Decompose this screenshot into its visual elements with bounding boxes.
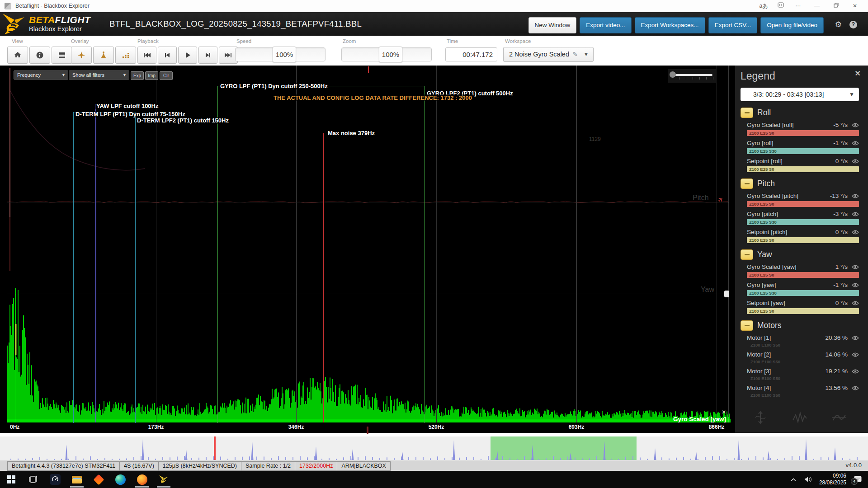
- visibility-eye-icon[interactable]: [852, 123, 859, 127]
- zoom-vertical-tool-icon[interactable]: [751, 410, 770, 425]
- home-view-button[interactable]: [7, 47, 28, 64]
- plane-icon: [77, 51, 86, 60]
- zoom-slider[interactable]: 100%: [341, 47, 432, 61]
- translate-icon[interactable]: aあ: [756, 0, 771, 12]
- visibility-eye-icon[interactable]: [852, 194, 859, 198]
- header-table-button[interactable]: [52, 47, 72, 64]
- export-workspaces-button[interactable]: Export Workspaces...: [635, 17, 705, 33]
- step-forward-button[interactable]: [198, 47, 217, 64]
- legend-field[interactable]: Gyro [pitch]-3 °/sZ100 E25 S30: [747, 210, 859, 225]
- task-view-button[interactable]: [23, 471, 43, 488]
- visibility-eye-icon[interactable]: [852, 141, 859, 145]
- tray-volume-icon[interactable]: [801, 471, 815, 488]
- visibility-eye-icon[interactable]: [852, 301, 859, 305]
- open-log-button[interactable]: Open log file/video: [760, 17, 824, 33]
- legend-field[interactable]: Motor [4]13.56 %Z100 E100 S50: [747, 384, 859, 398]
- visibility-eye-icon[interactable]: [852, 352, 859, 357]
- field-value: 14.06 %: [825, 351, 848, 358]
- log-info-button[interactable]: [29, 47, 50, 64]
- legend-field[interactable]: Motor [2]14.06 %Z100 E100 S50: [747, 351, 859, 364]
- maximize-icon[interactable]: [828, 0, 844, 12]
- visibility-eye-icon[interactable]: [852, 265, 859, 269]
- screen: Betaflight - Blackbox Explorer aあ ⋯ — ✕ …: [0, 0, 868, 488]
- legend-field[interactable]: Setpoint [pitch]0 °/sZ100 E25 S0: [747, 228, 859, 243]
- taskbar-firefox[interactable]: [132, 471, 152, 488]
- legend-field[interactable]: Setpoint [roll]0 °/sZ100 E25 S0: [747, 157, 859, 172]
- zoom-value[interactable]: 100%: [379, 47, 402, 62]
- collapse-group-button[interactable]: [741, 320, 753, 331]
- craft-overlay-button[interactable]: [71, 47, 92, 64]
- legend-field[interactable]: Gyro Scaled [pitch]-13 °/sZ100 E25 S0: [747, 192, 859, 207]
- visibility-eye-icon[interactable]: [852, 230, 859, 235]
- taskbar-betaflight[interactable]: [154, 471, 174, 488]
- legend-field[interactable]: Setpoint [yaw]0 °/sZ100 E25 S0: [747, 299, 859, 314]
- field-curve-settings: Z100 E100 S50: [747, 393, 859, 398]
- legend-field[interactable]: Motor [3]19.21 %Z100 E100 S50: [747, 367, 859, 381]
- field-curve-settings: Z100 E25 S30: [747, 148, 859, 154]
- taskbar-file-explorer[interactable]: [67, 471, 87, 488]
- status-cell: 4S (16.67V): [120, 461, 159, 471]
- cursor-axis-marker[interactable]: [367, 427, 368, 434]
- settings-gear-icon[interactable]: ⚙: [835, 20, 842, 29]
- legend-field[interactable]: Gyro [roll]-1 °/sZ100 E25 S30: [747, 139, 859, 154]
- spectrum-field-select[interactable]: Frequency▼: [14, 70, 68, 80]
- row-label-yaw: Yaw: [701, 286, 714, 294]
- legend-field[interactable]: Gyro Scaled [roll]-5 °/sZ100 E25 S0: [747, 121, 859, 136]
- sticks-overlay-button[interactable]: [93, 47, 114, 64]
- legend-field[interactable]: Gyro [yaw]-1 °/sZ100 E25 S30: [747, 281, 859, 296]
- clock-time: 09:06: [819, 473, 846, 479]
- seekbar[interactable]: [0, 436, 868, 460]
- spectrum-zoom-control[interactable]: [668, 69, 716, 83]
- time-input[interactable]: 00:47.172: [445, 47, 497, 61]
- collapse-group-button[interactable]: [741, 178, 753, 189]
- legend-field[interactable]: Gyro Scaled [yaw]1 °/sZ100 E25 S0: [747, 263, 859, 278]
- step-back-button[interactable]: [158, 47, 177, 64]
- log-range-select[interactable]: 3/3: 00:29 - 03:43 [03:13] ▼: [741, 88, 859, 101]
- taskbar-edge[interactable]: [110, 471, 130, 488]
- graph-area[interactable]: Frequency▼ Show all filters▼ Exp Imp Clr…: [0, 66, 868, 433]
- legend-close-icon[interactable]: ✕: [855, 69, 861, 78]
- edit-pencil-icon[interactable]: ✎: [572, 47, 578, 61]
- tray-clock[interactable]: 09:06 28/08/2025: [819, 473, 846, 486]
- import-filters-button[interactable]: Imp: [145, 71, 158, 80]
- help-icon[interactable]: ?: [849, 21, 857, 28]
- taskbar-speedtest-app[interactable]: [45, 471, 65, 488]
- new-window-button[interactable]: New Window: [528, 17, 577, 33]
- spectrum-overlay-button[interactable]: [115, 47, 136, 64]
- smoothing-tool-icon[interactable]: [830, 410, 849, 425]
- field-curve-settings: Z100 E25 S0: [747, 308, 859, 314]
- close-window-icon[interactable]: ✕: [847, 0, 863, 12]
- waveform-tool-icon[interactable]: [790, 410, 809, 425]
- visibility-eye-icon[interactable]: [852, 159, 859, 164]
- filters-select[interactable]: Show all filters▼: [69, 70, 129, 80]
- clear-filters-button[interactable]: Clr: [160, 71, 173, 80]
- visibility-eye-icon[interactable]: [852, 283, 859, 287]
- speed-slider[interactable]: 100%: [235, 47, 326, 61]
- tray-notification-icon[interactable]: 4: [849, 471, 865, 488]
- visibility-eye-icon[interactable]: [852, 212, 859, 216]
- chevron-down-icon[interactable]: ▼: [584, 47, 589, 61]
- export-filters-button[interactable]: Exp: [131, 71, 144, 80]
- visibility-eye-icon[interactable]: [852, 369, 859, 374]
- window-menu-icon[interactable]: ⋯: [790, 0, 806, 12]
- tray-chevron-up-icon[interactable]: [787, 471, 800, 488]
- export-video-button[interactable]: Export video...: [580, 17, 631, 33]
- speed-value[interactable]: 100%: [273, 47, 296, 62]
- export-csv-button[interactable]: Export CSV...: [708, 17, 758, 33]
- visibility-eye-icon[interactable]: [852, 336, 859, 340]
- vertical-scrollbar-thumb[interactable]: [724, 291, 729, 297]
- read-aloud-icon[interactable]: [773, 0, 788, 12]
- group-name: Yaw: [757, 250, 772, 259]
- jump-start-button[interactable]: [137, 47, 156, 64]
- minimize-icon[interactable]: —: [809, 0, 825, 12]
- workspace-select[interactable]: 2 Noise Gyro Scaled ✎ ▼: [503, 47, 594, 62]
- taskbar-diamond-app[interactable]: [89, 471, 108, 488]
- collapse-group-button[interactable]: [741, 108, 753, 118]
- field-label: Motor [2]: [747, 351, 825, 358]
- legend-field[interactable]: Motor [1]20.36 %Z100 E100 S50: [747, 334, 859, 347]
- zoom-slider-handle[interactable]: [670, 71, 676, 78]
- play-button[interactable]: [178, 47, 197, 64]
- visibility-eye-icon[interactable]: [852, 386, 859, 390]
- start-button[interactable]: [1, 471, 21, 488]
- collapse-group-button[interactable]: [741, 249, 753, 260]
